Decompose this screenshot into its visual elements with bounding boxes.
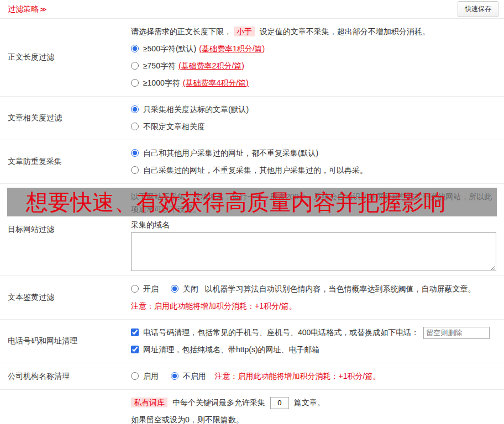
option-porn-off[interactable]: 关闭 bbox=[171, 284, 201, 293]
row-label: 关键词防重复采集 bbox=[0, 390, 116, 424]
option-label: 关闭 bbox=[183, 284, 198, 293]
chevron-double-down-icon: ≫ bbox=[40, 6, 47, 13]
radio-length-1000[interactable] bbox=[131, 79, 139, 87]
replacement-phone-input[interactable] bbox=[423, 327, 490, 339]
radio-company-off[interactable] bbox=[171, 372, 179, 380]
row-label: 文章相关度过滤 bbox=[0, 97, 116, 140]
row-content: 电话号码清理，包括常见的手机号、座机号、400电话格式，或替换成如下电话： 网址… bbox=[116, 320, 504, 363]
radio-relevance-strict[interactable] bbox=[131, 105, 139, 113]
promo-overlay-text: 想要快速、有效获得高质量内容并把握影响 bbox=[7, 187, 446, 218]
option-label: 不限定文章相关度 bbox=[143, 122, 205, 131]
option-length-1000[interactable]: ≥1000字符(基础费率4积分/篇) bbox=[131, 78, 249, 87]
option-fee: (基础费率2积分/篇) bbox=[179, 61, 244, 70]
promo-overlay-banner: 想要快速、有效获得高质量内容并把握影响 bbox=[7, 188, 497, 216]
row-keyword-no-repeat: 关键词防重复采集 私有词库 中每个关键词最多允许采集 篇文章。 如果留空或设为0… bbox=[0, 390, 504, 424]
row-content: 只采集相关度达标的文章(默认) 不限定文章相关度 bbox=[116, 97, 504, 140]
row-company-name-cleanup: 公司机构名称清理 启用 不启用 注意：启用此功能将增加积分消耗：+1积分/篇。 bbox=[0, 363, 504, 390]
row-body-length-filter: 正文长度过滤 请选择需求的正文长度下限， 小于 设定值的文章不采集，超出部分不增… bbox=[0, 19, 504, 97]
top-bar: 过滤策略≫ 快速保存 bbox=[0, 0, 504, 19]
row-phone-url-cleanup: 电话号码和网址清理 电话号码清理，包括常见的手机号、座机号、400电话格式，或替… bbox=[0, 320, 504, 363]
option-label: 不启用 bbox=[183, 372, 206, 380]
option-label: ≥500字符(默认) bbox=[143, 44, 196, 53]
keyword-mid-text: 中每个关键词最多允许采集 bbox=[172, 398, 265, 407]
excluded-domains-textarea[interactable] bbox=[131, 232, 496, 271]
row-label: 公司机构名称清理 bbox=[0, 363, 116, 389]
radio-porn-off[interactable] bbox=[171, 285, 179, 293]
radio-company-on[interactable] bbox=[131, 372, 139, 380]
option-fee: (基础费率1积分/篇) bbox=[199, 44, 265, 53]
radio-dedup-own[interactable] bbox=[131, 166, 139, 174]
quick-save-button[interactable]: 快速保存 bbox=[458, 1, 498, 17]
company-cleanup-note: 注意：启用此功能将增加积分消耗：+1积分/篇。 bbox=[215, 372, 381, 380]
row-content: 开启 关闭 以机器学习算法自动识别色情内容，当色情概率达到系统阈值，自动屏蔽文章… bbox=[116, 276, 504, 319]
row-content: 启用 不启用 注意：启用此功能将增加积分消耗：+1积分/篇。 bbox=[116, 363, 504, 389]
option-label: 自己采集过的网址，不重复采集，其他用户采集过的，可以再采。 bbox=[143, 166, 368, 174]
intro-post: 设定值的文章不采集，超出部分不增加积分消耗。 bbox=[260, 27, 430, 36]
row-relevance-filter: 文章相关度过滤 只采集相关度达标的文章(默认) 不限定文章相关度 bbox=[0, 97, 504, 140]
keyword-count-input[interactable] bbox=[270, 397, 289, 409]
option-label: 只采集相关度达标的文章(默认) bbox=[143, 105, 249, 114]
option-label: 自己和其他用户采集过的网址，都不重复采集(默认) bbox=[143, 149, 318, 157]
keyword-highlight: 私有词库 bbox=[131, 398, 167, 407]
option-dedup-own[interactable]: 自己采集过的网址，不重复采集，其他用户采集过的，可以再采。 bbox=[131, 166, 368, 174]
keyword-note-zero: 如果留空或设为0，则不限篇数。 bbox=[131, 414, 496, 424]
row-label: 正文长度过滤 bbox=[0, 19, 116, 96]
radio-relevance-any[interactable] bbox=[131, 123, 139, 130]
row-label: 文本鉴黄过滤 bbox=[0, 276, 116, 319]
row-content: 请选择需求的正文长度下限， 小于 设定值的文章不采集，超出部分不增加积分消耗。 … bbox=[116, 19, 504, 96]
option-label: 开启 bbox=[143, 284, 159, 293]
option-relevance-strict[interactable]: 只采集相关度达标的文章(默认) bbox=[131, 105, 249, 114]
option-label: 启用 bbox=[143, 372, 159, 380]
keyword-end-text: 篇文章。 bbox=[294, 398, 325, 407]
page-title-text: 过滤策略 bbox=[8, 4, 39, 13]
option-url-cleanup[interactable]: 网址清理，包括纯域名、带http(s)的网址、电子邮箱 bbox=[131, 345, 320, 354]
row-porn-filter: 文本鉴黄过滤 开启 关闭 以机器学习算法自动识别色情内容，当色情概率达到系统阈值… bbox=[0, 276, 504, 320]
row-label: 电话号码和网址清理 bbox=[0, 320, 116, 363]
body-length-intro: 请选择需求的正文长度下限， 小于 设定值的文章不采集，超出部分不增加积分消耗。 bbox=[131, 25, 496, 38]
option-company-off[interactable]: 不启用 bbox=[171, 372, 208, 380]
option-length-500[interactable]: ≥500字符(默认)(基础费率1积分/篇) bbox=[131, 44, 265, 53]
option-fee: (基础费率4积分/篇) bbox=[183, 78, 249, 87]
intro-highlight: 小于 bbox=[234, 26, 255, 36]
row-label: 文章防重复采集 bbox=[0, 140, 116, 183]
option-label: 网址清理，包括纯域名、带http(s)的网址、电子邮箱 bbox=[143, 345, 320, 354]
porn-filter-desc: 以机器学习算法自动识别色情内容，当色情概率达到系统阈值，自动屏蔽文章。 bbox=[205, 284, 476, 293]
row-no-repeat-collect: 文章防重复采集 自己和其他用户采集过的网址，都不重复采集(默认) 自己采集过的网… bbox=[0, 140, 504, 184]
radio-porn-on[interactable] bbox=[131, 285, 139, 293]
option-relevance-any[interactable]: 不限定文章相关度 bbox=[131, 122, 205, 131]
target-sites-obscured-text: 采集的域名 bbox=[131, 219, 496, 230]
radio-dedup-global[interactable] bbox=[131, 149, 139, 157]
option-phone-cleanup[interactable]: 电话号码清理，包括常见的手机号、座机号、400电话格式，或替换成如下电话： bbox=[131, 328, 421, 337]
porn-filter-note: 注意：启用此功能将增加积分消耗：+1积分/篇。 bbox=[131, 300, 496, 312]
intro-pre: 请选择需求的正文长度下限， bbox=[131, 27, 232, 36]
row-content: 自己和其他用户采集过的网址，都不重复采集(默认) 自己采集过的网址，不重复采集，… bbox=[116, 140, 504, 183]
checkbox-phone-cleanup[interactable] bbox=[131, 328, 139, 336]
option-label: ≥1000字符 bbox=[143, 78, 180, 87]
option-label: ≥750字符 bbox=[143, 61, 176, 70]
option-company-on[interactable]: 启用 bbox=[131, 372, 161, 380]
radio-length-500[interactable] bbox=[131, 45, 139, 52]
checkbox-url-cleanup[interactable] bbox=[131, 346, 139, 353]
option-length-750[interactable]: ≥750字符(基础费率2积分/篇) bbox=[131, 61, 244, 70]
option-label: 电话号码清理，包括常见的手机号、座机号、400电话格式，或替换成如下电话： bbox=[143, 328, 419, 337]
option-porn-on[interactable]: 开启 bbox=[131, 284, 161, 293]
option-dedup-global[interactable]: 自己和其他用户采集过的网址，都不重复采集(默认) bbox=[131, 149, 318, 157]
radio-length-750[interactable] bbox=[131, 62, 139, 70]
page-title: 过滤策略≫ bbox=[8, 4, 47, 14]
row-content: 私有词库 中每个关键词最多允许采集 篇文章。 如果留空或设为0，则不限篇数。 如… bbox=[116, 390, 504, 424]
